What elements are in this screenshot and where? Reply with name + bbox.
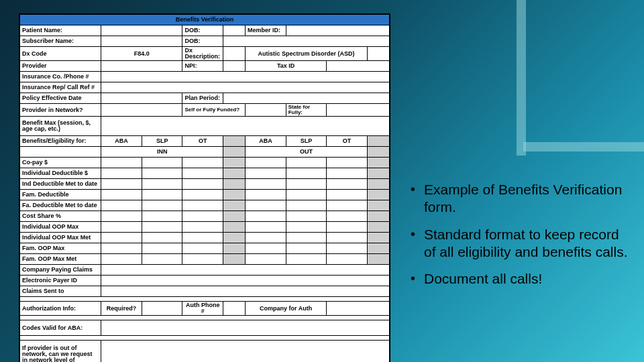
accent-bar-horizontal [523, 142, 644, 152]
slide: Benefits Verification Patient Name: DOB:… [0, 0, 644, 362]
label-gap: If provider is out of network, can we re… [20, 341, 101, 363]
row-famded: Fam. Deductible [20, 190, 101, 200]
col-slp2: SLP [286, 136, 327, 147]
row-indoopmet: Individual OOP Max Met [20, 233, 101, 243]
label-network: Provider in Network? [20, 104, 101, 117]
col-ot2: OT [327, 136, 368, 147]
row-sent: Claims Sent to [20, 286, 101, 297]
label-dob2: DOB: [182, 36, 223, 47]
label-codes: Codes Valid for ABA: [20, 320, 101, 336]
row-famdedmet: Fa. Deductible Met to date [20, 200, 101, 211]
label-npi: NPI: [182, 61, 223, 72]
label-subscriber: Subscriber Name: [20, 36, 101, 47]
label-authphone: Auth Phone # [182, 302, 223, 316]
accent-bar-vertical [517, 0, 526, 156]
label-authcompany: Company for Auth [246, 302, 327, 316]
label-provider: Provider [20, 61, 101, 72]
row-indoop: Individual OOP Max [20, 222, 101, 233]
label-member-id: Member ID: [246, 25, 286, 36]
col-aba2: ABA [246, 136, 286, 147]
label-plan: Plan Period: [182, 93, 223, 104]
label-rep: Insurance Rep/ Call Ref # [20, 82, 101, 93]
label-dob: DOB: [182, 25, 223, 36]
value-dxcode: F84.0 [101, 47, 182, 61]
col-aba: ABA [101, 136, 142, 147]
label-self-funded: Self or Fully Funded? [182, 104, 246, 117]
row-copay: Co-pay $ [20, 158, 101, 168]
row-company: Company Paying Claims [20, 265, 101, 276]
row-payer: Electronic Payer ID [20, 276, 101, 286]
header-out: OUT [246, 147, 368, 158]
bullet-item: Example of Benefits Verification form. [409, 181, 631, 217]
bullet-item: Document all calls! [409, 270, 631, 288]
form-title: Benefits Verification [20, 15, 390, 25]
row-famoop: Fam. OOP Max [20, 243, 101, 254]
label-insurance: Insurance Co. /Phone # [20, 72, 101, 82]
label-patient: Patient Name: [20, 25, 101, 36]
label-taxid: Tax ID [246, 61, 327, 72]
bullet-list: Example of Benefits Verification form. S… [409, 181, 631, 297]
row-famoopmet: Fam. OOP Max Met [20, 254, 101, 265]
value-dxdesc: Autistic Spectrum Disorder (ASD) [246, 47, 368, 61]
label-benmax: Benefit Max (session, $, age cap, etc.) [20, 117, 101, 136]
label-auth: Authorization Info: [20, 302, 101, 316]
benefits-verification-form: Benefits Verification Patient Name: DOB:… [19, 13, 390, 362]
header-inn: INN [101, 147, 223, 158]
row-cost: Cost Share % [20, 211, 101, 222]
label-dxdesc: Dx Description: [182, 47, 223, 61]
row-indded: Individual Deductible $ [20, 168, 101, 179]
bullet-item: Standard format to keep record of all el… [409, 226, 631, 261]
label-state: State for Fully: [286, 104, 327, 117]
row-inddedmet: Ind Deductible Met to date [20, 179, 101, 190]
col-slp: SLP [142, 136, 182, 147]
label-eligibility: Benefits/Eligibility for: [20, 136, 101, 147]
label-dxcode: Dx Code [20, 47, 101, 61]
col-ot: OT [182, 136, 223, 147]
label-policy: Policy Effective Date [20, 93, 101, 104]
label-required: Required? [101, 302, 142, 316]
